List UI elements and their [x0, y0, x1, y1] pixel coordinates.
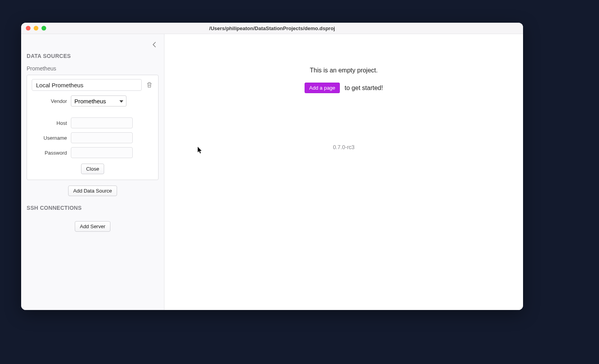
sidebar-collapse-button[interactable]	[150, 40, 159, 49]
delete-data-source-button[interactable]	[145, 81, 153, 89]
window-minimize-button[interactable]	[34, 26, 38, 31]
ssh-connections-heading: SSH CONNECTIONS	[27, 205, 159, 211]
username-label: Username	[32, 135, 71, 141]
host-input[interactable]	[71, 117, 133, 128]
cursor-icon	[198, 147, 202, 154]
add-page-button[interactable]: Add a page	[305, 83, 340, 93]
get-started-text: to get started!	[345, 85, 383, 92]
version-text: 0.7.0-rc3	[333, 144, 354, 150]
content: DATA SOURCES Prometheus Vendor Prom	[21, 34, 523, 310]
add-server-button[interactable]: Add Server	[75, 221, 110, 232]
vendor-label: Vendor	[32, 98, 71, 104]
data-source-name-input[interactable]	[32, 79, 142, 91]
add-page-row: Add a page to get started!	[305, 83, 383, 93]
close-button[interactable]: Close	[81, 164, 104, 174]
username-input[interactable]	[71, 132, 133, 143]
window-close-button[interactable]	[26, 26, 31, 31]
chevron-left-icon	[153, 42, 156, 47]
empty-project-text: This is an empty project.	[310, 67, 377, 74]
vendor-select[interactable]: Prometheus	[71, 96, 126, 106]
window-maximize-button[interactable]	[41, 26, 46, 31]
data-source-card: Vendor Prometheus Host Username	[27, 75, 159, 180]
password-input[interactable]	[71, 147, 133, 158]
main-panel: This is an empty project. Add a page to …	[164, 34, 523, 310]
traffic-lights	[26, 26, 46, 31]
trash-icon	[146, 82, 152, 88]
window-title: /Users/philipeaton/DataStationProjects/d…	[21, 25, 523, 31]
titlebar: /Users/philipeaton/DataStationProjects/d…	[21, 23, 523, 34]
app-window: /Users/philipeaton/DataStationProjects/d…	[21, 23, 523, 310]
add-data-source-button[interactable]: Add Data Source	[68, 186, 117, 196]
host-label: Host	[32, 120, 71, 126]
data-sources-heading: DATA SOURCES	[27, 53, 159, 59]
data-source-type-label: Prometheus	[27, 65, 159, 72]
sidebar: DATA SOURCES Prometheus Vendor Prom	[21, 34, 164, 310]
password-label: Password	[32, 150, 71, 156]
